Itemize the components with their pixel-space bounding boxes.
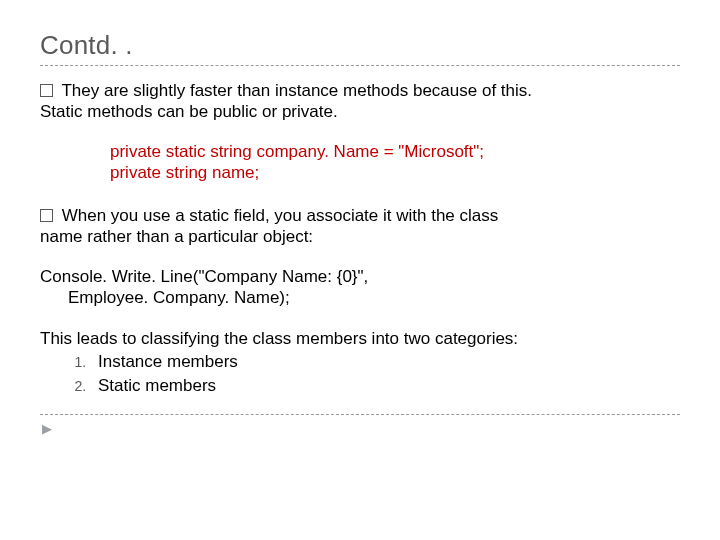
- code-block: private static string company. Name = "M…: [110, 141, 680, 184]
- bullet-2-text-line1: When you use a static field, you associa…: [62, 206, 499, 225]
- slide-title: Contd. .: [40, 30, 680, 61]
- category-2: Static members: [98, 376, 216, 395]
- slide-body: They are slightly faster than instance m…: [40, 80, 680, 437]
- slide: Contd. . They are slightly faster than i…: [0, 0, 720, 540]
- list-item: Static members: [90, 375, 680, 396]
- bullet-2: When you use a static field, you associa…: [40, 205, 680, 248]
- bullet-box-icon: [40, 209, 53, 222]
- code-line-1: private static string company. Name = "M…: [110, 141, 680, 162]
- bullet-1: They are slightly faster than instance m…: [40, 80, 680, 123]
- category-list: Instance members Static members: [40, 351, 680, 396]
- console-line-1: Console. Write. Line("Company Name: {0}"…: [40, 267, 368, 286]
- console-example: Console. Write. Line("Company Name: {0}"…: [40, 266, 680, 309]
- bottom-divider: [40, 414, 680, 415]
- bullet-1-text-line1: They are slightly faster than instance m…: [61, 81, 532, 100]
- category-1: Instance members: [98, 352, 238, 371]
- code-line-2: private string name;: [110, 162, 680, 183]
- title-divider: [40, 65, 680, 66]
- console-line-2: Employee. Company. Name);: [68, 288, 290, 307]
- closing-text: This leads to classifying the class memb…: [40, 328, 680, 349]
- bullet-box-icon: [40, 84, 53, 97]
- bullet-2-text-line2: name rather than a particular object:: [40, 227, 313, 246]
- list-item: Instance members: [90, 351, 680, 372]
- end-arrow-icon: ▶: [42, 421, 680, 437]
- bullet-1-text-line2: Static methods can be public or private.: [40, 102, 338, 121]
